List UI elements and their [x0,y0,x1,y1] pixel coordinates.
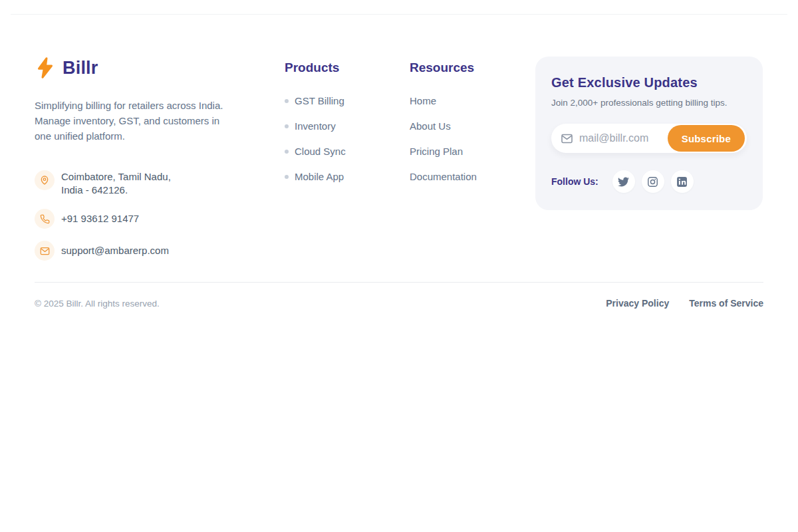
resources-column: Resources Home About Us Pricing Plan Doc… [410,57,535,196]
brand-description-line: one unified platform. [35,128,242,144]
brand-description-line: Simplifying billing for retailers across… [35,98,242,113]
phone-icon [35,209,55,229]
follow-label: Follow Us: [551,176,598,187]
legal-links: Privacy Policy Terms of Service [606,298,763,309]
email-text: support@ambarerp.com [61,241,169,261]
address-line-1: Coimbatore, Tamil Nadu, [61,170,171,184]
brand-logo[interactable]: Billr [35,57,242,79]
link-cloud-sync[interactable]: Cloud Sync [285,146,410,157]
link-pricing-plan[interactable]: Pricing Plan [410,146,535,157]
phone-text: +91 93612 91477 [61,209,139,229]
subscribe-button[interactable]: Subscribe [668,125,745,152]
resources-title: Resources [410,61,535,75]
link-gst-billing[interactable]: GST Billing [285,95,410,106]
resources-links: Home About Us Pricing Plan Documentation [410,95,535,182]
location-pin-icon [35,170,55,190]
link-about-us[interactable]: About Us [410,120,535,132]
brand-description-line: Manage inventory, GST, and customers in [35,113,242,128]
terms-of-service-link[interactable]: Terms of Service [689,298,763,309]
follow-row: Follow Us: [551,170,747,193]
bullet-dot [285,175,289,179]
copyright-text: © 2025 Billr. All rights reserved. [35,299,160,309]
footer: Billr Simplifying billing for retailers … [35,57,763,273]
bottom-divider [35,282,763,283]
link-home[interactable]: Home [410,95,535,106]
top-divider [11,14,787,15]
brand-column: Billr Simplifying billing for retailers … [35,57,242,273]
link-mobile-app[interactable]: Mobile App [285,171,410,182]
twitter-icon[interactable] [612,170,635,193]
mail-icon [35,241,55,261]
newsletter-title: Get Exclusive Updates [551,75,747,90]
footer-bottom-bar: © 2025 Billr. All rights reserved. Priva… [35,298,763,309]
lightning-bolt-icon [35,57,56,79]
bullet-dot [285,99,289,103]
social-buttons [612,170,694,193]
privacy-policy-link[interactable]: Privacy Policy [606,298,669,309]
newsletter-card: Get Exclusive Updates Join 2,000+ profes… [535,57,763,210]
address-text: Coimbatore, Tamil Nadu, India - 642126. [61,170,171,197]
mail-input-icon [561,132,573,145]
subscribe-form: Subscribe [551,124,747,153]
brand-description: Simplifying billing for retailers across… [35,98,242,144]
email-input[interactable] [579,132,679,144]
address-line-2: India - 642126. [61,184,171,197]
products-links: GST Billing Inventory Cloud Sync Mobile … [285,95,410,182]
contact-address: Coimbatore, Tamil Nadu, India - 642126. [35,170,242,197]
link-documentation[interactable]: Documentation [410,171,535,182]
contact-email[interactable]: support@ambarerp.com [35,241,242,261]
products-title: Products [285,61,410,75]
bullet-dot [285,124,289,128]
instagram-icon[interactable] [642,170,664,193]
linkedin-icon[interactable] [671,170,694,193]
contact-phone[interactable]: +91 93612 91477 [35,209,242,229]
link-inventory[interactable]: Inventory [285,120,410,132]
contact-list: Coimbatore, Tamil Nadu, India - 642126. … [35,170,242,261]
brand-name: Billr [63,58,98,78]
products-column: Products GST Billing Inventory Cloud Syn… [285,57,410,196]
newsletter-subtitle: Join 2,000+ professionals getting billin… [551,98,747,108]
bullet-dot [285,150,289,154]
